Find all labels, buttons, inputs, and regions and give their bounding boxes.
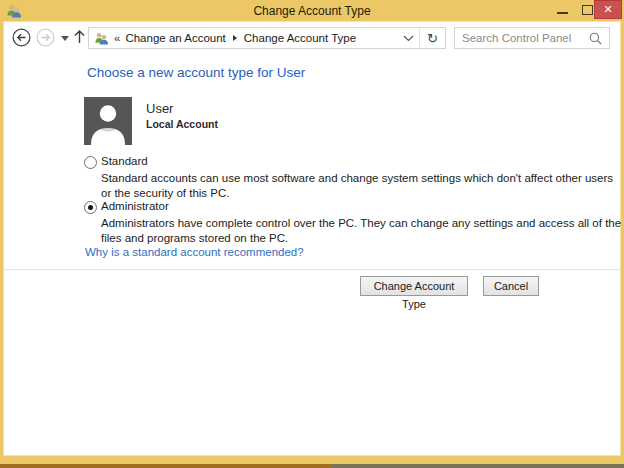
- radio-administrator-label[interactable]: Administrator: [101, 200, 169, 212]
- recent-pages-dropdown-icon[interactable]: [61, 36, 69, 41]
- search-input[interactable]: [455, 32, 589, 44]
- location-user-accounts-icon: [94, 31, 109, 46]
- address-dropdown-icon[interactable]: [397, 28, 419, 48]
- window-bottom-edge: [0, 464, 624, 468]
- standard-account-help-link[interactable]: Why is a standard account recommended?: [85, 246, 304, 258]
- administrator-description: Administrators have complete control ove…: [101, 216, 624, 245]
- close-button[interactable]: ✕: [594, 0, 622, 19]
- cancel-button[interactable]: Cancel: [483, 276, 539, 296]
- forward-button[interactable]: [36, 28, 55, 47]
- breadcrumb-item-change-account-type[interactable]: Change Account Type: [240, 32, 360, 44]
- client-area: « Change an Account Change Account Type …: [4, 22, 620, 455]
- user-account-type: Local Account: [146, 118, 218, 130]
- up-button[interactable]: [73, 29, 86, 44]
- window-title: Change Account Type: [0, 0, 624, 22]
- radio-standard[interactable]: [84, 156, 97, 169]
- search-box[interactable]: [454, 27, 610, 49]
- user-name: User: [146, 101, 173, 116]
- page-title: Choose a new account type for User: [87, 65, 305, 80]
- breadcrumb-separator-icon: [233, 35, 237, 41]
- breadcrumb-overflow-button[interactable]: «: [113, 32, 121, 44]
- button-area-separator: [4, 269, 620, 270]
- address-bar[interactable]: « Change an Account Change Account Type …: [88, 27, 446, 49]
- search-icon: [589, 32, 602, 45]
- radio-standard-label[interactable]: Standard: [101, 155, 148, 167]
- change-account-type-window: Change Account Type ✕: [0, 0, 624, 468]
- user-avatar: [84, 97, 132, 145]
- radio-administrator[interactable]: [84, 201, 97, 214]
- standard-description: Standard accounts can use most software …: [101, 171, 624, 200]
- change-account-type-button[interactable]: Change Account Type: [360, 276, 468, 296]
- back-button[interactable]: [12, 28, 31, 47]
- titlebar[interactable]: Change Account Type ✕: [0, 0, 624, 22]
- breadcrumb-item-change-an-account[interactable]: Change an Account: [121, 32, 229, 44]
- refresh-icon[interactable]: ↻: [419, 28, 445, 48]
- minimize-button[interactable]: [552, 0, 574, 20]
